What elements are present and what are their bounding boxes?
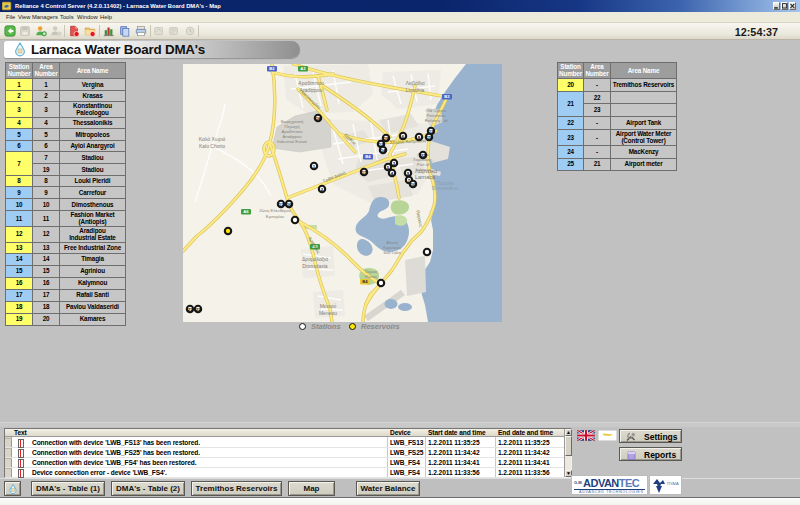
svg-text:Meneou: Meneou xyxy=(319,310,337,316)
svg-text:B4: B4 xyxy=(365,154,371,159)
svg-text:Industrial Estate: Industrial Estate xyxy=(277,139,308,144)
svg-text:23: 23 xyxy=(196,307,201,312)
svg-text:Salt Lake: Salt Lake xyxy=(383,250,401,255)
svg-text:B4: B4 xyxy=(362,279,368,284)
svg-text:16: 16 xyxy=(287,202,292,207)
svg-text:Livadhia: Livadhia xyxy=(406,87,425,93)
svg-text:Ζώνη Ελευθέρου: Ζώνη Ελευθέρου xyxy=(259,208,291,213)
svg-text:Εμπορίου: Εμπορίου xyxy=(266,214,285,219)
svg-text:12: 12 xyxy=(379,142,384,147)
svg-text:Μενεού: Μενεού xyxy=(320,303,337,309)
svg-text:17: 17 xyxy=(362,170,367,175)
svg-text:Δρομολαξιά: Δρομολαξιά xyxy=(302,256,328,263)
svg-text:11: 11 xyxy=(279,202,284,207)
svg-text:Φωτός: Φωτός xyxy=(365,274,378,279)
svg-text:A6: A6 xyxy=(243,209,249,214)
svg-text:21: 21 xyxy=(188,307,193,312)
svg-text:19: 19 xyxy=(384,136,389,141)
svg-text:Larnaca: Larnaca xyxy=(415,174,436,180)
svg-text:Refinery Ltd: Refinery Ltd xyxy=(425,118,448,123)
svg-text:A3: A3 xyxy=(300,66,306,71)
svg-text:15: 15 xyxy=(427,135,432,140)
svg-text:Dromolaxia: Dromolaxia xyxy=(302,263,328,269)
svg-text:Αραδίππου: Αραδίππου xyxy=(298,80,324,86)
svg-text:10: 10 xyxy=(411,182,416,187)
svg-text:Καλό Χωριό: Καλό Χωριό xyxy=(199,136,226,142)
svg-text:Λειβάδια: Λειβάδια xyxy=(405,80,424,86)
svg-text:Φοινικούδων: Φοινικούδων xyxy=(432,185,459,191)
svg-text:B3: B3 xyxy=(444,94,450,99)
svg-text:22: 22 xyxy=(421,153,426,158)
svg-text:18: 18 xyxy=(316,116,321,121)
svg-text:13: 13 xyxy=(429,129,434,134)
svg-text:14: 14 xyxy=(381,148,386,153)
svg-text:Kalo Chorio: Kalo Chorio xyxy=(199,143,225,149)
svg-text:B2: B2 xyxy=(269,66,275,71)
